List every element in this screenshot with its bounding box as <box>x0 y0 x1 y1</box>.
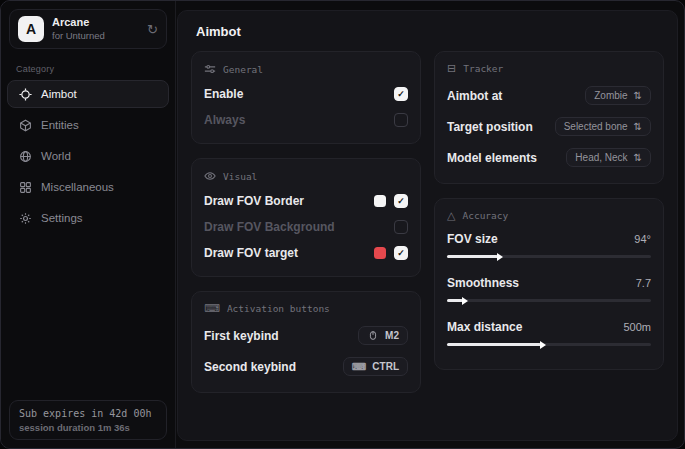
second-keybind-button[interactable]: ⌨ CTRL <box>343 357 408 376</box>
left-column: General Enable ✓ Always ✓ <box>191 51 421 393</box>
sidebar-nav: Aimbot Entities World <box>1 80 175 232</box>
setting-row-first-keybind: First keybind M2 <box>204 320 408 351</box>
setting-label: Draw FOV Background <box>204 220 335 234</box>
dropdown-value: Selected bone <box>564 121 628 132</box>
sidebar-item-label: World <box>41 150 71 162</box>
sidebar-item-label: Miscellaneous <box>41 181 114 193</box>
accuracy-card: △ Accuracy FOV size 94° <box>434 198 664 370</box>
page-title: Aimbot <box>196 24 664 39</box>
setting-label: Second keybind <box>204 360 296 374</box>
setting-label: Always <box>204 113 245 127</box>
keyboard-icon: ⌨ <box>352 362 366 372</box>
sidebar: A Arcane for Unturned ↻ Category Aimbot <box>1 1 176 448</box>
sidebar-item-label: Entities <box>41 119 79 131</box>
check-icon: ✓ <box>397 90 405 99</box>
sidebar-item-label: Aimbot <box>41 88 77 100</box>
setting-row-enable: Enable ✓ <box>204 81 408 107</box>
target-position-dropdown[interactable]: Selected bone ⇅ <box>555 117 651 136</box>
sidebar-item-settings[interactable]: Settings <box>7 204 169 232</box>
tracker-card: ⊟ Tracker Aimbot at Zombie ⇅ Target posi… <box>434 51 664 184</box>
color-swatch[interactable] <box>374 195 386 207</box>
slider-thumb[interactable] <box>540 341 546 349</box>
fov-size-slider[interactable] <box>447 255 651 258</box>
slider-row-fov-size: FOV size 94° <box>447 227 651 271</box>
fov-target-checkbox[interactable]: ✓ <box>394 246 408 260</box>
dropdown-value: Head, Neck <box>575 152 627 163</box>
setting-row-fov-border: Draw FOV Border ✓ <box>204 188 408 214</box>
gear-icon <box>18 211 32 225</box>
accuracy-icon: △ <box>447 210 455 221</box>
refresh-icon[interactable]: ↻ <box>147 23 158 36</box>
setting-row-second-keybind: Second keybind ⌨ CTRL <box>204 351 408 382</box>
brand-card: A Arcane for Unturned ↻ <box>9 9 167 49</box>
tracker-icon: ⊟ <box>447 63 456 74</box>
slider-thumb[interactable] <box>462 297 468 305</box>
first-keybind-button[interactable]: M2 <box>358 326 408 345</box>
keybind-value: M2 <box>385 330 399 341</box>
sidebar-item-aimbot[interactable]: Aimbot <box>7 80 169 108</box>
general-card: General Enable ✓ Always ✓ <box>191 51 421 144</box>
right-column: ⊟ Tracker Aimbot at Zombie ⇅ Target posi… <box>434 51 664 370</box>
chevron-updown-icon: ⇅ <box>634 122 642 132</box>
activation-card: ⌨ Activation buttons First keybind M2 <box>191 291 421 393</box>
sub-expiry-text: Sub expires in 42d 00h <box>19 408 157 419</box>
check-icon: ✓ <box>397 249 405 258</box>
card-title: General <box>223 64 263 75</box>
setting-label: Draw FOV target <box>204 246 298 260</box>
setting-row-aimbot-at: Aimbot at Zombie ⇅ <box>447 80 651 111</box>
slider-thumb[interactable] <box>497 253 503 261</box>
setting-label: First keybind <box>204 329 279 343</box>
model-elements-dropdown[interactable]: Head, Neck ⇅ <box>566 148 651 167</box>
sidebar-item-label: Settings <box>41 212 83 224</box>
slider-value: 500m <box>623 321 651 333</box>
slider-label: FOV size <box>447 232 498 246</box>
session-duration-text: session duration 1m 36s <box>19 422 157 433</box>
sidebar-item-entities[interactable]: Entities <box>7 111 169 139</box>
enable-checkbox[interactable]: ✓ <box>394 87 408 101</box>
subscription-status-box: Sub expires in 42d 00h session duration … <box>9 400 167 440</box>
slider-row-smoothness: Smoothness 7.7 <box>447 271 651 315</box>
color-swatch[interactable] <box>374 247 386 259</box>
main-panel: Aimbot General <box>177 10 678 441</box>
chevron-updown-icon: ⇅ <box>634 153 642 163</box>
mouse-icon <box>367 331 379 340</box>
setting-row-fov-background: Draw FOV Background ✓ <box>204 214 408 240</box>
slider-label: Max distance <box>447 320 522 334</box>
category-label: Category <box>16 64 175 74</box>
setting-row-target-position: Target position Selected bone ⇅ <box>447 111 651 142</box>
smoothness-slider[interactable] <box>447 299 651 302</box>
slider-row-max-distance: Max distance 500m <box>447 315 651 359</box>
sidebar-item-miscellaneous[interactable]: Miscellaneous <box>7 173 169 201</box>
setting-label: Draw FOV Border <box>204 194 304 208</box>
chevron-updown-icon: ⇅ <box>634 91 642 101</box>
fov-background-checkbox[interactable]: ✓ <box>394 220 408 234</box>
card-title: Visual <box>223 171 257 182</box>
max-distance-slider[interactable] <box>447 343 651 346</box>
sidebar-item-world[interactable]: World <box>7 142 169 170</box>
slider-label: Smoothness <box>447 276 519 290</box>
card-title: Accuracy <box>462 210 508 221</box>
fov-border-checkbox[interactable]: ✓ <box>394 194 408 208</box>
brand-name: Arcane <box>52 16 105 30</box>
brand-logo: A <box>18 16 44 42</box>
slider-value: 7.7 <box>636 277 651 289</box>
setting-label: Target position <box>447 120 533 134</box>
card-title: Activation buttons <box>227 303 330 314</box>
setting-label: Model elements <box>447 151 537 165</box>
aimbot-at-dropdown[interactable]: Zombie ⇅ <box>585 86 651 105</box>
eye-icon <box>204 170 216 182</box>
always-checkbox[interactable]: ✓ <box>394 113 408 127</box>
cube-icon <box>18 118 32 132</box>
setting-label: Aimbot at <box>447 89 502 103</box>
setting-row-model-elements: Model elements Head, Neck ⇅ <box>447 142 651 173</box>
globe-icon <box>18 149 32 163</box>
app-window: A Arcane for Unturned ↻ Category Aimbot <box>0 0 685 449</box>
keybind-value: CTRL <box>372 361 399 372</box>
slider-value: 94° <box>634 233 651 245</box>
check-icon: ✓ <box>397 197 405 206</box>
setting-row-always: Always ✓ <box>204 107 408 133</box>
visual-card: Visual Draw FOV Border ✓ Draw FOV Backgr… <box>191 158 421 277</box>
layout-grid-icon <box>18 180 32 194</box>
keyboard-icon: ⌨ <box>204 303 220 314</box>
sliders-icon <box>204 63 216 75</box>
